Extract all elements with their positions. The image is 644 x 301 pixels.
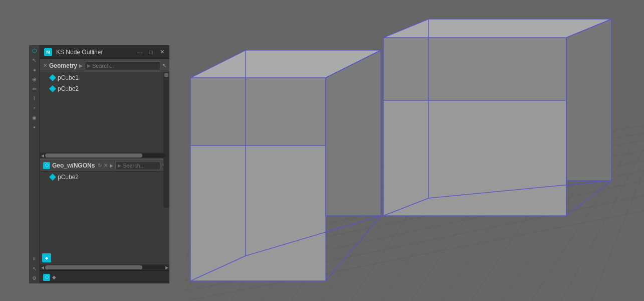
svg-marker-40 (566, 19, 611, 181)
bottom-bar-icon: ⬡ (43, 274, 50, 281)
geometry-section-label: Geometry (49, 62, 77, 69)
title-bar: M KS Node Outliner — □ ✕ (40, 45, 169, 59)
svg-line-5 (185, 211, 644, 301)
brush-icon[interactable]: ⌇ (30, 94, 39, 103)
app-icon: M (44, 48, 52, 56)
svg-line-14 (351, 120, 471, 301)
svg-line-9 (200, 120, 321, 301)
transform-icon[interactable]: ⊕ (30, 75, 39, 84)
cursor-icon[interactable]: ↖ (30, 264, 39, 273)
svg-line-2 (185, 161, 644, 251)
svg-line-20 (531, 126, 644, 301)
svg-line-11 (261, 120, 381, 301)
svg-line-25 (185, 120, 236, 261)
section2-refresh-icon[interactable]: ↻ (98, 163, 102, 168)
geometry-section-header: ✕ Geometry ▶ ▶ ↖ (40, 59, 169, 72)
svg-line-49 (428, 181, 611, 198)
svg-line-10 (231, 120, 351, 301)
svg-line-8 (185, 125, 644, 201)
bottom-hscroll[interactable]: ◀ ▶ (40, 264, 169, 270)
section2-arrow-icon[interactable]: ▶ (110, 163, 113, 168)
pcube1-label: pCube1 (58, 74, 79, 81)
geometry-search-box[interactable]: ▶ (85, 61, 160, 70)
pcube1-item[interactable]: pCube1 (40, 72, 169, 83)
geometry-search-input[interactable] (92, 63, 158, 69)
maximize-button[interactable]: □ (147, 49, 154, 56)
svg-marker-29 (190, 50, 381, 78)
svg-line-18 (471, 120, 591, 301)
svg-line-4 (185, 196, 644, 291)
pcube2-ngon-mesh-icon (49, 174, 56, 181)
svg-marker-28 (190, 145, 326, 281)
svg-line-50 (566, 181, 611, 216)
search-icon: ▶ (87, 63, 91, 68)
pcube2-item[interactable]: pCube2 (40, 83, 169, 94)
geometry-cursor-icon[interactable]: ↖ (162, 63, 166, 68)
left-toolbar: ⬡ ↖ ◈ ⊕ ✏ ⌇ ▪ ◉ ● ⏸ ↖ ⚙ (29, 45, 40, 283)
diamond-icon[interactable]: ◈ (30, 65, 39, 74)
pcube2-mesh-icon (49, 85, 56, 92)
geometry-tree: pCube1 pCube2 (40, 72, 169, 153)
sphere-icon[interactable]: ◉ (30, 113, 39, 122)
pcube2-ngon-item[interactable]: pCube2 (40, 172, 169, 183)
svg-marker-45 (566, 19, 611, 181)
geo-ngons-search-box[interactable]: ▶ (115, 161, 160, 170)
svg-line-12 (291, 120, 411, 301)
search2-icon: ▶ (118, 163, 121, 168)
close-button[interactable]: ✕ (158, 49, 165, 56)
svg-rect-44 (383, 100, 566, 216)
bottom-add-icon[interactable]: ◆ (52, 274, 56, 280)
minimize-button[interactable]: — (136, 49, 143, 56)
svg-line-37 (326, 216, 381, 281)
geo-ngons-tree: pCube2 (40, 172, 169, 183)
svg-line-24 (185, 120, 266, 281)
pcube1-mesh-icon (49, 74, 56, 81)
svg-line-48 (383, 198, 428, 216)
geo-ngons-label: Geo_w/NGONs (52, 162, 96, 169)
svg-marker-32 (326, 50, 381, 216)
pcube2-label: pCube2 (58, 85, 79, 92)
svg-marker-39 (383, 38, 566, 100)
svg-line-23 (185, 120, 296, 291)
section2-close-icon[interactable]: ✕ (104, 163, 108, 168)
svg-marker-41 (383, 100, 566, 216)
svg-line-35 (190, 256, 246, 281)
svg-marker-43 (383, 19, 611, 38)
geo-ngons-search-input[interactable] (123, 163, 158, 169)
svg-marker-26 (190, 78, 326, 145)
section1-hscroll[interactable]: ◀ ▶ (40, 153, 169, 159)
svg-line-3 (185, 150, 644, 236)
svg-line-16 (411, 120, 531, 301)
paint-icon[interactable]: ✏ (30, 84, 39, 93)
section-arrow-icon[interactable]: ▶ (79, 63, 83, 68)
panel-window: M KS Node Outliner — □ ✕ ✕ Geometry ▶ ▶ … (29, 45, 169, 283)
svg-line-21 (561, 148, 644, 301)
svg-line-36 (246, 216, 381, 256)
svg-line-0 (185, 181, 644, 281)
svg-line-13 (321, 120, 441, 301)
node-outliner-icon[interactable]: ⬡ (30, 46, 39, 55)
svg-rect-31 (190, 145, 326, 281)
svg-line-15 (381, 120, 501, 301)
svg-line-1 (185, 171, 644, 266)
svg-line-19 (501, 120, 621, 301)
dot-icon[interactable]: ● (30, 122, 39, 131)
svg-marker-42 (383, 19, 611, 38)
svg-marker-30 (190, 50, 381, 78)
svg-line-7 (185, 133, 644, 211)
svg-line-17 (441, 120, 561, 301)
pause-icon[interactable]: ⏸ (30, 254, 39, 263)
section-close-icon[interactable]: ✕ (43, 63, 47, 68)
camera-icon[interactable]: ▪ (30, 103, 39, 112)
bottom-bar: ⬡ ◆ (40, 270, 169, 283)
section2-icon: ⬡ (43, 162, 50, 169)
select-icon[interactable]: ↖ (30, 56, 39, 65)
svg-line-6 (185, 140, 644, 221)
bottom-scroll-right-icon[interactable]: ▶ (165, 265, 168, 270)
section1-scrollbar-v[interactable] (163, 72, 169, 208)
svg-line-22 (591, 171, 644, 301)
geo-ngons-section-header: ⬡ Geo_w/NGONs ↻ ✕ ▶ ▶ ↖ (40, 159, 169, 172)
svg-marker-27 (326, 50, 381, 216)
title-bar-text: KS Node Outliner (56, 49, 132, 56)
settings-icon[interactable]: ⚙ (30, 273, 39, 282)
